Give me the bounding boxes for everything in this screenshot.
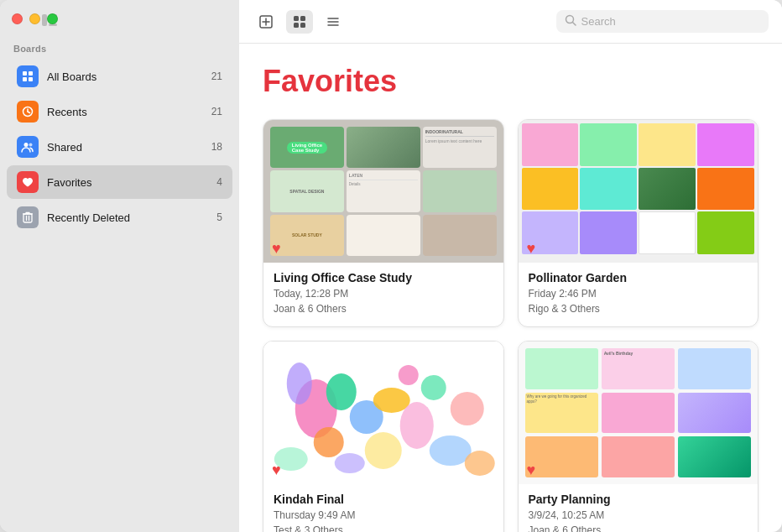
content-area: Favorites Living OfficeCase Study INDOOR… — [239, 44, 782, 532]
svg-line-10 — [28, 112, 30, 113]
svg-point-40 — [365, 432, 402, 469]
search-input[interactable] — [581, 15, 761, 28]
board-info-living-office: Living Office Case Study Today, 12:28 PM… — [263, 263, 503, 326]
svg-point-32 — [326, 373, 357, 410]
sidebar: Boards All Boards 21 — [0, 0, 239, 532]
favorite-button-pollinator-garden[interactable]: ♥ — [527, 241, 536, 256]
svg-point-45 — [465, 451, 495, 476]
svg-point-12 — [29, 143, 33, 147]
close-button[interactable] — [12, 13, 23, 24]
svg-rect-13 — [23, 214, 32, 222]
minimize-button[interactable] — [29, 13, 40, 24]
board-name-party-planning: Party Planning — [529, 493, 748, 506]
svg-rect-23 — [294, 23, 299, 28]
app-window: Boards All Boards 21 — [0, 0, 782, 532]
board-collab-living-office: Joan & 6 Others — [274, 301, 493, 316]
svg-rect-6 — [23, 77, 27, 81]
sidebar-item-favorites-badge: 4 — [216, 176, 222, 188]
sidebar-item-recents-badge: 21 — [211, 106, 222, 117]
svg-rect-24 — [300, 23, 305, 28]
main-content: Favorites Living OfficeCase Study INDOOR… — [239, 0, 782, 532]
svg-point-37 — [400, 402, 434, 449]
svg-point-38 — [421, 375, 446, 400]
board-date-party-planning: 3/9/24, 10:25 AM — [529, 508, 748, 523]
heart-icon — [17, 171, 39, 193]
board-name-pollinator-garden: Pollinator Garden — [529, 271, 748, 284]
maximize-button[interactable] — [47, 13, 58, 24]
board-thumbnail-pollinator-garden: ♥ — [519, 120, 759, 263]
svg-point-41 — [335, 453, 365, 473]
board-name-kindah-final: Kindah Final — [274, 493, 493, 506]
grid-view-button[interactable] — [286, 10, 313, 34]
sidebar-item-recently-deleted-badge: 5 — [216, 211, 222, 223]
board-info-party-planning: Party Planning 3/9/24, 10:25 AM Joan & 6… — [519, 484, 759, 532]
board-thumbnail-kindah-final: ♥ — [263, 342, 503, 484]
sidebar-item-recents[interactable]: Recents 21 — [7, 95, 232, 128]
board-date-kindah-final: Thursday 9:49 AM — [274, 508, 493, 523]
sidebar-section-label: Boards — [0, 44, 239, 59]
board-collab-pollinator-garden: Rigo & 3 Others — [529, 301, 748, 316]
board-date-living-office: Today, 12:28 PM — [274, 286, 493, 301]
svg-rect-22 — [300, 16, 305, 21]
svg-rect-4 — [23, 71, 27, 76]
board-info-pollinator-garden: Pollinator Garden Friday 2:46 PM Rigo & … — [519, 263, 759, 326]
people-icon — [17, 136, 39, 158]
trash-icon — [17, 206, 39, 228]
sidebar-item-recently-deleted-label: Recently Deleted — [47, 211, 216, 224]
svg-rect-5 — [29, 71, 33, 76]
traffic-lights — [12, 13, 58, 24]
board-card-kindah-final[interactable]: ♥ Kindah Final Thursday 9:49 AM Test & 3… — [263, 341, 504, 532]
sidebar-item-shared-badge: 18 — [211, 141, 222, 153]
svg-point-42 — [451, 392, 484, 425]
sidebar-item-shared-label: Shared — [47, 141, 211, 154]
sidebar-item-all-boards-label: All Boards — [47, 70, 211, 83]
clock-icon — [17, 101, 39, 123]
sidebar-item-shared[interactable]: Shared 18 — [7, 130, 232, 164]
svg-rect-21 — [294, 16, 299, 21]
svg-point-36 — [314, 427, 344, 457]
board-card-party-planning[interactable]: Avil's Birthday Why are we going for thi… — [518, 341, 759, 532]
page-title: Favorites — [263, 64, 759, 99]
favorite-button-kindah-final[interactable]: ♥ — [272, 462, 281, 477]
sidebar-item-favorites[interactable]: Favorites 4 — [7, 165, 232, 199]
board-card-living-office[interactable]: Living OfficeCase Study INDOOR/NATURAL L… — [263, 119, 504, 327]
new-board-button[interactable] — [253, 10, 279, 34]
board-date-pollinator-garden: Friday 2:46 PM — [529, 286, 748, 301]
sidebar-item-favorites-label: Favorites — [47, 176, 216, 189]
sidebar-item-recently-deleted[interactable]: Recently Deleted 5 — [7, 201, 232, 234]
board-thumbnail-living-office: Living OfficeCase Study INDOOR/NATURAL L… — [263, 120, 503, 263]
board-name-living-office: Living Office Case Study — [274, 271, 493, 284]
svg-line-29 — [572, 23, 576, 26]
favorite-button-party-planning[interactable]: ♥ — [527, 462, 536, 477]
list-view-button[interactable] — [320, 10, 347, 34]
svg-point-11 — [24, 143, 29, 147]
board-info-kindah-final: Kindah Final Thursday 9:49 AM Test & 3 O… — [263, 484, 503, 532]
svg-point-34 — [373, 388, 410, 413]
svg-point-44 — [399, 365, 419, 385]
board-collab-party-planning: Joan & 6 Others — [529, 523, 748, 532]
board-card-pollinator-garden[interactable]: ♥ Pollinator Garden Friday 2:46 PM Rigo … — [518, 119, 759, 327]
grid-icon — [17, 65, 39, 87]
search-bar[interactable] — [556, 10, 769, 33]
toolbar — [239, 0, 782, 44]
sidebar-item-recents-label: Recents — [47, 106, 211, 118]
search-icon — [565, 14, 576, 29]
board-collab-kindah-final: Test & 3 Others — [274, 523, 493, 532]
board-thumbnail-party-planning: Avil's Birthday Why are we going for thi… — [519, 342, 759, 484]
board-grid: Living OfficeCase Study INDOOR/NATURAL L… — [263, 119, 759, 532]
svg-point-35 — [287, 362, 312, 404]
sidebar-item-all-boards-badge: 21 — [211, 70, 222, 82]
favorite-button-living-office[interactable]: ♥ — [272, 241, 281, 256]
sidebar-item-all-boards[interactable]: All Boards 21 — [7, 60, 232, 93]
svg-rect-7 — [29, 77, 33, 81]
